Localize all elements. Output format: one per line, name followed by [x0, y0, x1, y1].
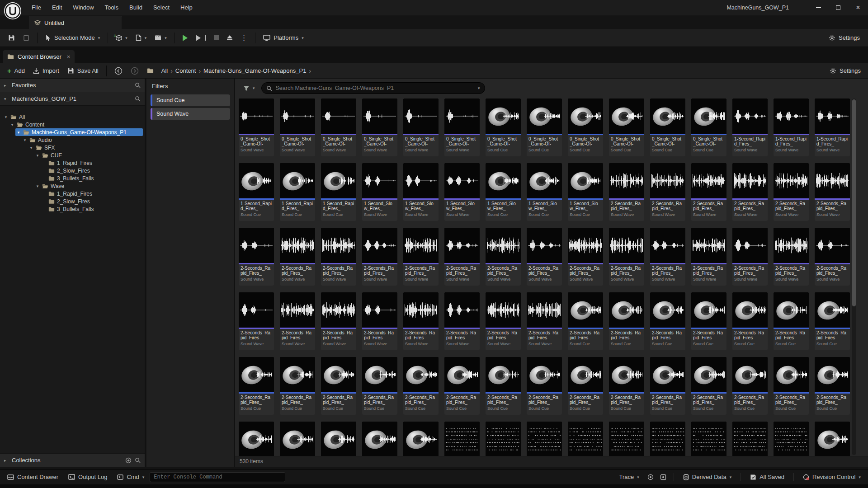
asset-tile-2-seconds-rapid-fires[interactable]: 2-Seconds_Rapid_Fires_Sound Cue [691, 292, 726, 350]
expander-icon[interactable]: ▸ [4, 458, 9, 463]
asset-tile-2-seconds-rapid-fires[interactable]: 2-Seconds_Rapid_Fires_Sound Cue [362, 357, 397, 415]
expander-icon[interactable]: ▾ [10, 122, 14, 127]
all-saved-button[interactable]: All Saved [745, 469, 789, 485]
asset-tile-2-seconds-rapid-fires[interactable]: 2-Seconds_Rapid_Fires_Sound Cue [568, 292, 603, 350]
scrollbar-thumb[interactable] [852, 99, 856, 306]
asset-tile-2-seconds-rapid-fires[interactable]: 2-Seconds_Rapid_Fires_Sound Wave [732, 163, 768, 221]
asset-tile-1-second-slow-fires[interactable]: 1-Second_Slow_Fires_Sound Wave [444, 163, 480, 221]
asset-tile-2-seconds-rapid-fires[interactable]: 2-Seconds_Rapid_Fires_Sound Cue [239, 357, 274, 415]
asset-tile-2-seconds-rapid-fires[interactable]: 2-Seconds_Rapid_Fires_Sound Wave [691, 163, 726, 221]
expander-icon[interactable]: ▾ [35, 184, 40, 188]
asset-tile-2-seconds-rapid-fires[interactable]: 2-Seconds_Rapid_Fires_Sound Wave [280, 228, 315, 286]
asset-tile[interactable] [609, 422, 644, 456]
menu-window[interactable]: Window [67, 0, 99, 15]
asset-tile-2-seconds-rapid-fires[interactable]: 2-Seconds_Rapid_Fires_Sound Wave [815, 163, 850, 221]
favorites-header[interactable]: ▸ Favorites [0, 79, 145, 92]
asset-tile-2-seconds-rapid-fires[interactable]: 2-Seconds_Rapid_Fires_Sound Cue [486, 357, 521, 415]
asset-tile-2-seconds-rapid-fires[interactable]: 2-Seconds_Rapid_Fires_Sound Wave [774, 163, 809, 221]
breadcrumb-item-machine-guns-game-of-weapons-p1[interactable]: Machine-Guns_Game-Of-Weapons_P1 [202, 67, 307, 74]
asset-tile-2-seconds-rapid-fires[interactable]: 2-Seconds_Rapid_Fires_Sound Wave [403, 292, 439, 350]
settings-dropdown[interactable]: Settings [825, 31, 863, 45]
asset-tile-2-seconds-rapid-fires[interactable]: 2-Seconds_Rapid_Fires_Sound Cue [732, 292, 768, 350]
choose-path-button[interactable] [143, 64, 157, 78]
save-button[interactable] [5, 31, 19, 45]
tab-untitled-level[interactable]: Untitled [29, 16, 122, 29]
output-log-button[interactable]: Output Log [64, 469, 112, 485]
asset-tile-2-seconds-rapid-fires[interactable]: 2-Seconds_Rapid_Fires_Sound Wave [609, 228, 644, 286]
asset-tile-0-single-shot-game-of[interactable]: 0_Single_Shot_Game-Of-Sound Cue [650, 99, 685, 156]
derived-data-dropdown[interactable]: Derived Data ▾ [679, 469, 736, 485]
platforms-dropdown[interactable]: Platforms ▾ [259, 31, 307, 45]
asset-tile-2-seconds-rapid-fires[interactable]: 2-Seconds_Rapid_Fires_Sound Cue [403, 357, 439, 415]
tree-item-wave[interactable]: ▾Wave [0, 182, 145, 190]
expander-icon[interactable]: ▾ [35, 153, 40, 158]
asset-tile-2-seconds-rapid-fires[interactable]: 2-Seconds_Rapid_Fires_Sound Cue [691, 357, 726, 415]
asset-tile[interactable] [774, 422, 809, 456]
breadcrumb-item-content[interactable]: Content [174, 67, 198, 74]
asset-tile-2-seconds-rapid-fires[interactable]: 2-Seconds_Rapid_Fires_Sound Wave [815, 228, 850, 286]
search-icon[interactable] [135, 82, 141, 88]
close-tab-icon[interactable]: × [67, 53, 71, 60]
tree-item-sfx[interactable]: ▾SFX [0, 144, 145, 151]
asset-tile-1-second-slow-fires[interactable]: 1-Second_Slow_Fires_Sound Wave [403, 163, 439, 221]
play-options-button[interactable]: ⋮ [237, 31, 251, 45]
menu-build[interactable]: Build [124, 0, 148, 15]
asset-tile-2-seconds-rapid-fires[interactable]: 2-Seconds_Rapid_Fires_Sound Cue [280, 357, 315, 415]
asset-tile[interactable] [362, 422, 397, 456]
trace-dropdown[interactable]: Trace ▾ [614, 469, 643, 485]
play-from-here-button[interactable] [192, 31, 210, 45]
tree-item-2-slow-fires[interactable]: 2_Slow_Fires [0, 167, 145, 174]
tree-item-3-bullets-falls[interactable]: 3_Bullets_Falls [0, 205, 145, 213]
asset-tile-2-seconds-rapid-fires[interactable]: 2-Seconds_Rapid_Fires_Sound Wave [321, 228, 356, 286]
import-button[interactable]: Import [29, 64, 63, 78]
asset-tile-0-single-shot-game-of[interactable]: 0_Single_Shot_Game-Of-Sound Cue [527, 99, 562, 156]
menu-file[interactable]: File [26, 0, 47, 15]
save-all-button[interactable]: Save All [64, 64, 102, 78]
asset-tile-2-seconds-rapid-fires[interactable]: 2-Seconds_Rapid_Fires_Sound Wave [362, 228, 397, 286]
asset-tile-2-seconds-rapid-fires[interactable]: 2-Seconds_Rapid_Fires_Sound Cue [609, 292, 644, 350]
asset-tile-2-seconds-rapid-fires[interactable]: 2-Seconds_Rapid_Fires_Sound Cue [527, 357, 562, 415]
tree-item-2-slow-fires[interactable]: 2_Slow_Fires [0, 197, 145, 205]
asset-tile-2-seconds-rapid-fires[interactable]: 2-Seconds_Rapid_Fires_Sound Cue [815, 292, 850, 350]
asset-tile-2-seconds-rapid-fires[interactable]: 2-Seconds_Rapid_Fires_Sound Wave [650, 163, 685, 221]
tree-item-audio[interactable]: ▾Audio [0, 136, 145, 144]
asset-tile-2-seconds-rapid-fires[interactable]: 2-Seconds_Rapid_Fires_Sound Wave [280, 292, 315, 350]
history-back-button[interactable] [111, 64, 126, 78]
breadcrumb-item-all[interactable]: All [160, 67, 169, 74]
asset-tile-2-seconds-rapid-fires[interactable]: 2-Seconds_Rapid_Fires_Sound Wave [568, 228, 603, 286]
history-forward-button[interactable] [127, 64, 142, 78]
asset-tile[interactable] [527, 422, 562, 456]
search-icon[interactable] [135, 457, 141, 463]
asset-tile-1-second-slow-fires[interactable]: 1-Second_Slow_Fires_Sound Wave [362, 163, 397, 221]
tree-item-all[interactable]: ▾All [0, 113, 145, 121]
asset-tile[interactable] [403, 422, 439, 456]
asset-tile-2-seconds-rapid-fires[interactable]: 2-Seconds_Rapid_Fires_Sound Cue [815, 357, 850, 415]
maximize-button[interactable] [828, 0, 848, 15]
vertical-scrollbar[interactable] [852, 99, 856, 455]
asset-tile-2-seconds-rapid-fires[interactable]: 2-Seconds_Rapid_Fires_Sound Wave [732, 228, 768, 286]
asset-tile-2-seconds-rapid-fires[interactable]: 2-Seconds_Rapid_Fires_Sound Wave [527, 292, 562, 350]
asset-tile-0-single-shot-game-of[interactable]: 0_Single_Shot_Game-Of-Sound Wave [239, 99, 274, 156]
asset-tile-0-single-shot-game-of[interactable]: 0_Single_Shot_Game-Of-Sound Cue [486, 99, 521, 156]
minimize-button[interactable] [808, 0, 828, 15]
asset-tile[interactable] [568, 422, 603, 456]
asset-tile-2-seconds-rapid-fires[interactable]: 2-Seconds_Rapid_Fires_Sound Wave [444, 292, 480, 350]
asset-tile-0-single-shot-game-of[interactable]: 0_Single_Shot_Game-Of-Sound Wave [444, 99, 480, 156]
tree-item-cue[interactable]: ▾CUE [0, 151, 145, 159]
asset-tile-2-seconds-rapid-fires[interactable]: 2-Seconds_Rapid_Fires_Sound Cue [774, 357, 809, 415]
search-icon[interactable] [135, 96, 141, 102]
asset-tile[interactable] [321, 422, 356, 456]
asset-tile-2-seconds-rapid-fires[interactable]: 2-Seconds_Rapid_Fires_Sound Wave [486, 292, 521, 350]
revision-control-dropdown[interactable]: Revision Control ▾ [798, 469, 865, 485]
asset-tile-1-second-slow-fires[interactable]: 1-Second_Slow_Fires_Sound Cue [568, 163, 603, 221]
add-button[interactable]: + Add [4, 64, 28, 78]
asset-tile-2-seconds-rapid-fires[interactable]: 2-Seconds_Rapid_Fires_Sound Wave [650, 228, 685, 286]
asset-tile-2-seconds-rapid-fires[interactable]: 2-Seconds_Rapid_Fires_Sound Wave [239, 228, 274, 286]
cinematics-dropdown[interactable]: ▾ [151, 31, 170, 45]
asset-tile-1-second-rapid-fires[interactable]: 1-Second_Rapid_Fires_Sound Cue [280, 163, 315, 221]
cmd-dropdown[interactable]: Cmd ▾ [113, 469, 149, 485]
asset-tile-1-second-rapid-fires[interactable]: 1-Second_Rapid_Fires_Sound Cue [239, 163, 274, 221]
editor-mode-dropdown[interactable]: Selection Mode ▾ [42, 31, 104, 45]
insights-icon[interactable] [645, 474, 656, 480]
expander-icon[interactable]: ▾ [23, 138, 27, 142]
